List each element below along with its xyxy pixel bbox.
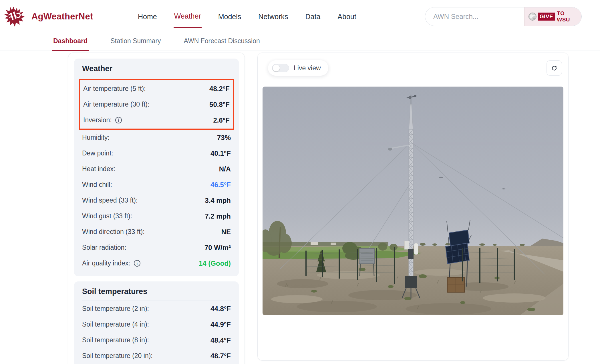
row-label: Air temperature (5 ft):: [83, 85, 146, 93]
weather-station-photo-illustration: [263, 87, 563, 315]
row-inversion: Inversion: 2.6°F: [83, 112, 230, 128]
nav-item-networks[interactable]: Networks: [258, 6, 289, 28]
row-label: Soil temperature (20 in):: [82, 352, 153, 360]
row-soil-temp-8in: Soil temperature (8 in): 48.4°F: [82, 332, 231, 348]
to-wsu-label: TO WSU: [557, 10, 576, 23]
row-label: Solar radiation:: [82, 244, 126, 251]
row-wind-direction: Wind direction (33 ft): NE: [82, 224, 231, 240]
row-label: Soil temperature (2 in):: [82, 305, 149, 313]
row-label: Inversion:: [83, 116, 112, 124]
row-air-quality-index: Air quality index: 14 (Good): [82, 255, 231, 271]
row-wind-chill: Wind chill: 46.5°F: [82, 177, 231, 193]
row-value: NE: [221, 228, 231, 236]
row-air-temp-5ft: Air temperature (5 ft): 48.2°F: [83, 81, 230, 97]
row-soil-temp-20in: Soil temperature (20 in): 48.7°F: [82, 348, 231, 364]
give-to-wsu-button[interactable]: GIVE TO WSU: [524, 7, 581, 26]
row-label: Wind chill:: [82, 181, 112, 189]
row-value: 44.9°F: [210, 321, 231, 329]
row-value: 48.2°F: [209, 85, 230, 93]
tab-dashboard[interactable]: Dashboard: [52, 31, 89, 51]
header: AgWeatherNet Home Weather Models Network…: [0, 0, 600, 31]
row-solar-radiation: Solar radiation: 70 W/m²: [82, 240, 231, 255]
inversion-highlight-box: Air temperature (5 ft): 48.2°F Air tempe…: [79, 79, 234, 130]
row-wind-gust: Wind gust (33 ft): 7.2 mph: [82, 208, 231, 224]
tab-station-summary[interactable]: Station Summary: [109, 31, 162, 51]
row-label: Wind direction (33 ft):: [82, 228, 145, 236]
live-view-label: Live view: [294, 64, 321, 72]
station-photo: [263, 87, 563, 315]
camera-card: Live view: [257, 53, 569, 361]
soil-panel: Soil temperatures Soil temperature (2 in…: [74, 281, 239, 364]
row-wind-speed: Wind speed (33 ft): 3.4 mph: [82, 193, 231, 208]
info-icon[interactable]: [134, 260, 140, 267]
row-label: Wind speed (33 ft):: [82, 197, 138, 204]
wsu-cougar-logo-icon: [3, 4, 27, 29]
row-value: 46.5°F: [210, 181, 231, 189]
row-value: 48.4°F: [210, 336, 231, 344]
tab-awn-forecast-discussion[interactable]: AWN Forecast Discussion: [183, 31, 261, 51]
row-heat-index: Heat index: N/A: [82, 161, 231, 177]
main-nav: Home Weather Models Networks Data About: [137, 5, 357, 28]
row-humidity: Humidity: 73%: [82, 130, 231, 145]
row-label: Air quality index:: [82, 259, 130, 267]
nav-item-weather[interactable]: Weather: [174, 5, 202, 28]
row-soil-temp-4in: Soil temperature (4 in): 44.9°F: [82, 317, 231, 332]
toggle-knob: [273, 65, 280, 71]
weather-panel-title: Weather: [82, 59, 231, 78]
nav-item-data[interactable]: Data: [305, 6, 321, 28]
main-content: Weather Air temperature (5 ft): 48.2°F A…: [0, 51, 600, 364]
row-value: 44.8°F: [210, 305, 231, 313]
refresh-icon: [551, 65, 558, 71]
search-input[interactable]: [425, 7, 524, 26]
info-icon[interactable]: [115, 117, 122, 123]
nav-item-models[interactable]: Models: [218, 6, 242, 28]
row-value: 14 (Good): [199, 259, 231, 267]
row-value: 70 W/m²: [204, 244, 231, 252]
row-label: Heat index:: [82, 165, 115, 173]
row-dew-point: Dew point: 40.1°F: [82, 145, 231, 161]
row-value: 48.7°F: [210, 352, 231, 360]
row-label: Soil temperature (8 in):: [82, 336, 149, 344]
globe-icon: [528, 11, 537, 22]
nav-item-about[interactable]: About: [337, 6, 357, 28]
row-value: N/A: [219, 165, 231, 173]
brand-name: AgWeatherNet: [31, 11, 93, 22]
row-label: Dew point:: [82, 149, 113, 157]
row-value: 2.6°F: [213, 116, 230, 124]
row-air-temp-30ft: Air temperature (30 ft): 50.8°F: [83, 97, 230, 112]
row-label: Soil temperature (4 in):: [82, 321, 149, 328]
live-view-toggle[interactable]: [272, 64, 289, 72]
secondary-tabs: Dashboard Station Summary AWN Forecast D…: [0, 31, 600, 51]
search-bar: GIVE TO WSU: [425, 7, 582, 26]
row-value: 7.2 mph: [205, 212, 231, 220]
row-value: 40.1°F: [210, 149, 231, 157]
row-value: 50.8°F: [209, 101, 230, 109]
give-label: GIVE: [538, 13, 555, 21]
refresh-button[interactable]: [547, 60, 562, 76]
row-value: 3.4 mph: [205, 197, 231, 205]
weather-panel: Weather Air temperature (5 ft): 48.2°F A…: [74, 59, 239, 276]
row-value: 73%: [217, 134, 231, 142]
nav-item-home[interactable]: Home: [137, 6, 158, 28]
row-label: Wind gust (33 ft):: [82, 212, 132, 220]
brand[interactable]: AgWeatherNet: [3, 4, 137, 29]
camera-toolbar: Live view: [262, 57, 564, 76]
row-soil-temp-2in: Soil temperature (2 in): 44.8°F: [82, 301, 231, 317]
live-view-control: Live view: [268, 60, 328, 76]
row-label: Humidity:: [82, 134, 110, 141]
soil-panel-title: Soil temperatures: [82, 281, 231, 301]
weather-data-card: Weather Air temperature (5 ft): 48.2°F A…: [68, 53, 245, 364]
row-label: Air temperature (30 ft):: [83, 101, 149, 108]
